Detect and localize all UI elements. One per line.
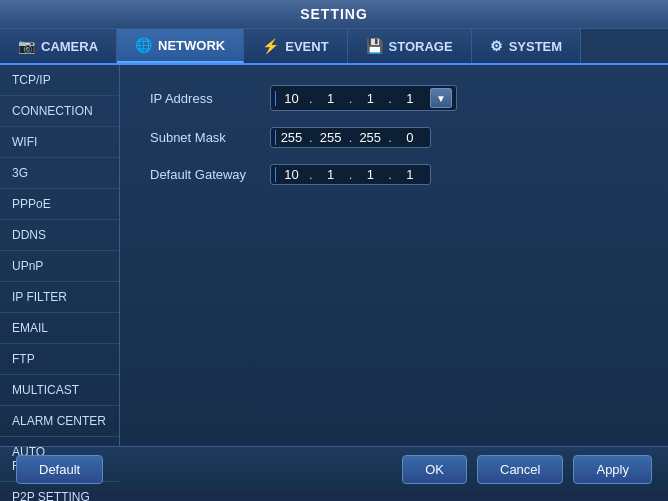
default-button[interactable]: Default <box>16 455 103 484</box>
ip-input-group-gateway: . . . <box>270 164 431 185</box>
title-label: SETTING <box>300 6 368 22</box>
bottom-right-buttons: OK Cancel Apply <box>402 455 652 484</box>
subnet-seg-3[interactable] <box>354 130 386 145</box>
sidebar-item-alarmcenter[interactable]: ALARM CENTER <box>0 406 119 437</box>
ip-seg-1[interactable] <box>275 91 307 106</box>
tab-camera[interactable]: CAMERA <box>0 29 117 63</box>
camera-icon <box>18 38 35 54</box>
sidebar-item-upnp[interactable]: UPnP <box>0 251 119 282</box>
tab-system-label: SYSTEM <box>509 39 562 54</box>
ok-button[interactable]: OK <box>402 455 467 484</box>
subnet-seg-2[interactable] <box>315 130 347 145</box>
sidebar-item-3g[interactable]: 3G <box>0 158 119 189</box>
nav-tabs: CAMERA NETWORK EVENT STORAGE SYSTEM <box>0 29 668 65</box>
ip-picker-button[interactable]: ▼ <box>430 88 452 108</box>
gw-seg-4[interactable] <box>394 167 426 182</box>
label-ipaddress: IP Address <box>150 91 270 106</box>
subnet-seg-4[interactable] <box>394 130 426 145</box>
ip-seg-3[interactable] <box>354 91 386 106</box>
ip-dot-2: . <box>347 91 355 106</box>
sidebar-item-ftp[interactable]: FTP <box>0 344 119 375</box>
gw-dot-3: . <box>386 167 394 182</box>
subnet-dot-3: . <box>386 130 394 145</box>
storage-icon <box>366 38 383 54</box>
label-subnetmask: Subnet Mask <box>150 130 270 145</box>
tab-event[interactable]: EVENT <box>244 29 347 63</box>
sidebar-item-wifi[interactable]: WIFI <box>0 127 119 158</box>
ip-seg-2[interactable] <box>315 91 347 106</box>
gw-seg-2[interactable] <box>315 167 347 182</box>
content-panel: IP Address . . . ▼ Subnet Mask . . . <box>120 65 668 446</box>
tab-storage[interactable]: STORAGE <box>348 29 472 63</box>
ip-dot-1: . <box>307 91 315 106</box>
event-icon <box>262 38 279 54</box>
network-icon <box>135 37 152 53</box>
form-row-subnetmask: Subnet Mask . . . <box>150 127 638 148</box>
tab-camera-label: CAMERA <box>41 39 98 54</box>
sidebar-item-ipfilter[interactable]: IP FILTER <box>0 282 119 313</box>
subnet-seg-1[interactable] <box>275 130 307 145</box>
ip-dot-3: . <box>386 91 394 106</box>
sidebar: TCP/IP CONNECTION WIFI 3G PPPoE DDNS UPn… <box>0 65 120 446</box>
label-gateway: Default Gateway <box>150 167 270 182</box>
tab-storage-label: STORAGE <box>389 39 453 54</box>
system-icon <box>490 38 503 54</box>
sidebar-item-pppoe[interactable]: PPPoE <box>0 189 119 220</box>
gw-seg-1[interactable] <box>275 167 307 182</box>
tab-event-label: EVENT <box>285 39 328 54</box>
gw-seg-3[interactable] <box>354 167 386 182</box>
gw-dot-1: . <box>307 167 315 182</box>
ip-input-group-address: . . . ▼ <box>270 85 457 111</box>
apply-button[interactable]: Apply <box>573 455 652 484</box>
sidebar-item-multicast[interactable]: MULTICAST <box>0 375 119 406</box>
sidebar-item-ddns[interactable]: DDNS <box>0 220 119 251</box>
sidebar-item-p2psetting[interactable]: P2P SETTING <box>0 482 119 501</box>
gw-dot-2: . <box>347 167 355 182</box>
form-row-ipaddress: IP Address . . . ▼ <box>150 85 638 111</box>
sidebar-item-connection[interactable]: CONNECTION <box>0 96 119 127</box>
sidebar-item-tcpip[interactable]: TCP/IP <box>0 65 119 96</box>
ip-input-group-subnet: . . . <box>270 127 431 148</box>
cancel-button[interactable]: Cancel <box>477 455 563 484</box>
subnet-dot-1: . <box>307 130 315 145</box>
subnet-dot-2: . <box>347 130 355 145</box>
form-row-gateway: Default Gateway . . . <box>150 164 638 185</box>
title-bar: SETTING <box>0 0 668 29</box>
main-content: TCP/IP CONNECTION WIFI 3G PPPoE DDNS UPn… <box>0 65 668 446</box>
ip-seg-4[interactable] <box>394 91 426 106</box>
tab-network[interactable]: NETWORK <box>117 29 244 63</box>
tab-network-label: NETWORK <box>158 38 225 53</box>
tab-system[interactable]: SYSTEM <box>472 29 581 63</box>
sidebar-item-email[interactable]: EMAIL <box>0 313 119 344</box>
